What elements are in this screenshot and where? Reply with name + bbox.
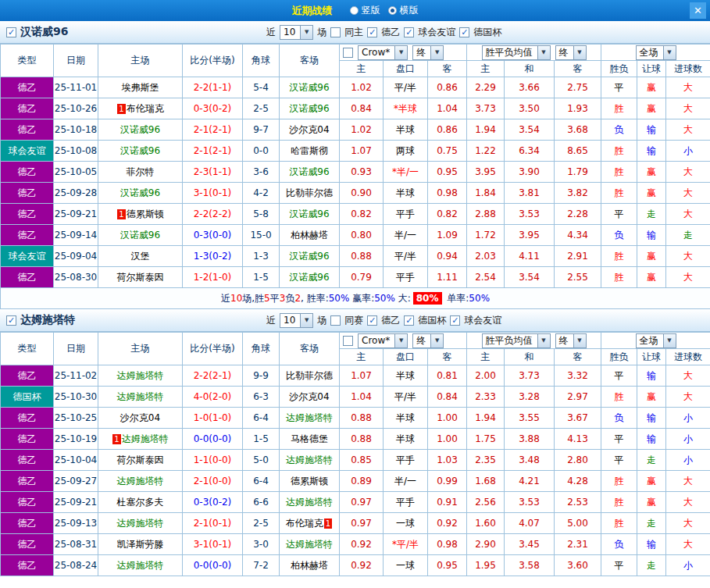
filter-checkbox[interactable] xyxy=(330,315,341,326)
filter-checkbox[interactable] xyxy=(367,27,377,37)
col-home: 主场 xyxy=(98,45,183,77)
team-section-hannover: 汉诺威96 近10▼场同主德乙球会友谊德国杯 类型 日期 主场 比分(半场) 角… xyxy=(0,21,710,309)
corners-cell: 1-5 xyxy=(243,429,280,450)
odds-average-select[interactable]: 胜平负均值▼ xyxy=(482,45,551,60)
away-team-cell: 哈雷斯彻 xyxy=(280,141,340,162)
col-euro-draw: 和 xyxy=(505,61,555,77)
fulltime-select[interactable]: 全场▼ xyxy=(636,333,676,348)
match-row: 德国杯25-10-30达姆施塔特4-0(2-0)6-3沙尔克041.04平/半0… xyxy=(1,387,710,408)
score-cell: 2-1(2-1) xyxy=(183,141,243,162)
euro-away-odds-cell: 2.55 xyxy=(555,267,601,288)
asian-away-odds-cell: 1.03 xyxy=(428,450,467,471)
odds-filter-checkbox[interactable] xyxy=(343,48,353,58)
handicap-result-cell: 赢 xyxy=(637,77,666,98)
score-cell: 2-3(1-1) xyxy=(183,162,243,183)
asian-line-cell: 平手 xyxy=(384,492,428,513)
bookmaker-select[interactable]: Crow*▼ xyxy=(358,45,408,60)
score-cell: 0-3(0-0) xyxy=(183,225,243,246)
corners-cell: 5-8 xyxy=(243,204,280,225)
asian-home-odds-cell: 0.97 xyxy=(340,513,384,534)
handicap-result-cell: 输 xyxy=(637,429,666,450)
asian-away-odds-cell: 1.00 xyxy=(428,429,467,450)
bookmaker-final-select[interactable]: 终▼ xyxy=(412,45,444,60)
team-label: 汉诺威96 xyxy=(289,103,329,114)
team-label: 汉诺威96 xyxy=(120,230,160,241)
corners-cell: 6-6 xyxy=(243,492,280,513)
asian-home-odds-cell: 0.90 xyxy=(340,183,384,204)
summary-part: 50% xyxy=(374,293,395,304)
layout-vertical-option[interactable]: 竖版 xyxy=(350,4,380,17)
match-row: 球会友谊25-09-04汉堡1-3(0-2)1-3汉诺威960.88平/半0.9… xyxy=(1,246,710,267)
asian-away-odds-cell: 0.94 xyxy=(428,246,467,267)
euro-home-odds-cell: 1.75 xyxy=(467,429,505,450)
col-date: 日期 xyxy=(54,45,98,77)
team-checkbox[interactable] xyxy=(6,27,16,37)
bookmaker-select[interactable]: Crow*▼ xyxy=(358,333,408,348)
summary-cell: 近10场,胜5平3负2, 胜率:50% 赢率:50% 大:80% 单率:50% xyxy=(1,288,710,309)
asian-home-odds-cell: 0.89 xyxy=(340,471,384,492)
team-checkbox[interactable] xyxy=(6,315,16,326)
odds-average-select[interactable]: 胜平负均值▼ xyxy=(482,333,551,348)
goals-result-cell: 大 xyxy=(666,119,710,141)
goals-result-cell: 小 xyxy=(666,555,710,576)
score-cell: 3-1(0-1) xyxy=(183,183,243,204)
col-asian-home: 主 xyxy=(340,61,384,77)
summary-part: , 胜率: xyxy=(301,293,329,304)
score-cell: 4-0(2-0) xyxy=(183,387,243,408)
asian-line-cell: 半球 xyxy=(384,408,428,429)
match-count-select[interactable]: 10▼ xyxy=(280,25,313,40)
euro-final-select[interactable]: 终▼ xyxy=(555,45,587,60)
euro-home-odds-cell: 2.03 xyxy=(467,246,505,267)
filter-checkbox[interactable] xyxy=(459,27,469,37)
euro-odds-controls: 胜平负均值▼ 终▼ xyxy=(467,333,601,349)
fulltime-select-value: 全场 xyxy=(637,46,663,59)
filter-near-label: 近 xyxy=(266,26,276,39)
col-asian-line: 盘口 xyxy=(384,61,428,77)
euro-draw-odds-cell: 3.90 xyxy=(505,162,555,183)
col-asian-home: 主 xyxy=(340,349,384,365)
team-label: 沙尔克04 xyxy=(120,412,160,423)
asian-line-cell: 平手 xyxy=(384,450,428,471)
bookmaker-final-select[interactable]: 终▼ xyxy=(412,333,444,348)
match-row: 德乙25-10-25沙尔克041-0(1-0)6-4达姆施塔特0.88半球1.0… xyxy=(1,408,710,429)
filter-checkbox[interactable] xyxy=(330,27,341,37)
team-label: 达姆施塔特 xyxy=(117,370,164,381)
team-label: 汉诺威96 xyxy=(120,187,160,198)
home-team-cell: 达姆施塔特 xyxy=(98,471,183,492)
asian-home-odds-cell: 0.88 xyxy=(340,246,384,267)
team-label: 马格德堡 xyxy=(291,433,328,444)
asian-home-odds-cell: 1.02 xyxy=(340,119,384,141)
handicap-result-cell: 赢 xyxy=(637,471,666,492)
home-team-cell: 汉诺威96 xyxy=(98,225,183,246)
asian-away-odds-cell: 0.91 xyxy=(428,492,467,513)
away-team-cell: 达姆施塔特 xyxy=(280,408,340,429)
asian-line-cell: 半/一 xyxy=(384,471,428,492)
euro-home-odds-cell: 1.68 xyxy=(467,471,505,492)
filter-checkbox[interactable] xyxy=(404,315,414,326)
match-count-select[interactable]: 10▼ xyxy=(280,313,313,328)
odds-filter-checkbox[interactable] xyxy=(343,336,353,346)
fulltime-select[interactable]: 全场▼ xyxy=(636,45,676,60)
euro-home-odds-cell: 1.94 xyxy=(467,119,505,141)
team-label: 汉堡 xyxy=(131,251,150,262)
match-row: 德乙25-09-28汉诺威963-1(0-1)4-2比勒菲尔德0.90半球0.9… xyxy=(1,183,710,204)
final-select-value: 终 xyxy=(556,46,573,59)
team-label: 比勒菲尔德 xyxy=(286,370,333,381)
team-label: 汉诺威96 xyxy=(120,145,160,156)
filter-checkbox[interactable] xyxy=(450,315,460,326)
summary-part: 50% xyxy=(469,293,490,304)
col-corners: 角球 xyxy=(243,333,280,365)
euro-final-select[interactable]: 终▼ xyxy=(555,333,587,348)
layout-horizontal-option[interactable]: 横版 xyxy=(388,4,419,17)
euro-draw-odds-cell: 3.48 xyxy=(505,450,555,471)
match-type-cell: 德乙 xyxy=(1,534,54,555)
filter-checkbox[interactable] xyxy=(367,315,377,326)
filter-checkbox[interactable] xyxy=(404,27,414,37)
euro-draw-odds-cell: 3.54 xyxy=(505,119,555,141)
match-date-cell: 25-10-26 xyxy=(54,98,98,119)
euro-home-odds-cell: 2.33 xyxy=(467,387,505,408)
fulltime-controls: 全场▼ xyxy=(601,45,710,61)
euro-home-odds-cell: 2.29 xyxy=(467,77,505,98)
close-button[interactable]: ✕ xyxy=(690,2,706,19)
team-label: 比勒菲尔德 xyxy=(286,187,333,198)
